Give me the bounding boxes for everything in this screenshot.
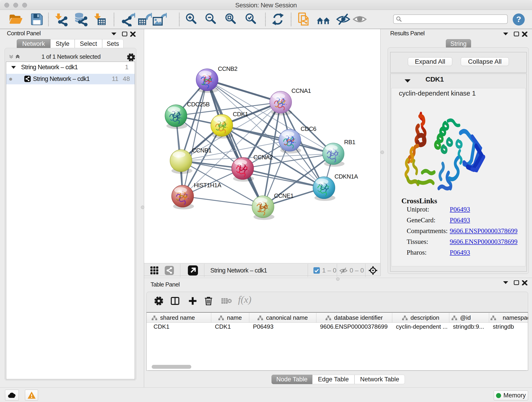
svg-text:CCNA2: CCNA2 <box>253 154 273 161</box>
svg-text:HIST1H1A: HIST1H1A <box>194 182 222 189</box>
svg-text:CDKN1A: CDKN1A <box>335 173 358 180</box>
svg-text:CDK1: CDK1 <box>233 111 248 118</box>
svg-text:CCNE1: CCNE1 <box>274 192 293 199</box>
svg-text:CDC6: CDC6 <box>301 125 317 132</box>
svg-text:CDC25B: CDC25B <box>187 101 210 108</box>
svg-text:CCNB1: CCNB1 <box>192 147 211 154</box>
svg-text:RB1: RB1 <box>344 139 355 146</box>
svg-text:?: ? <box>516 15 521 24</box>
svg-text:CCNB2: CCNB2 <box>218 65 237 72</box>
svg-text:CCNA1: CCNA1 <box>291 87 311 94</box>
